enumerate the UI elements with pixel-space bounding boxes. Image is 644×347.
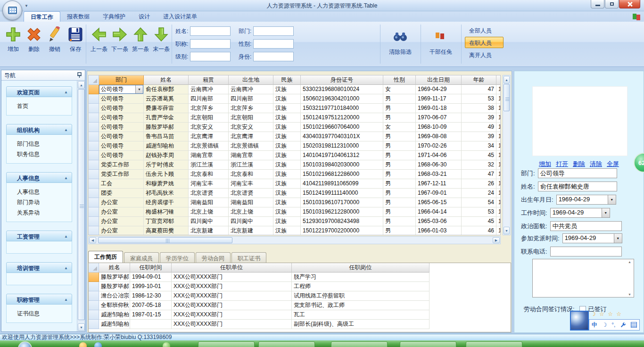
start-button[interactable] <box>18 341 32 347</box>
scroll-down-icon[interactable]: ▼ <box>78 323 85 331</box>
field-input-工作时间[interactable]: 1969-04-29 <box>550 208 602 218</box>
ribbon-tab-日常工作[interactable]: 日常工作 <box>24 11 60 22</box>
pin-icon[interactable] <box>77 72 82 78</box>
detail-tab-家庭成员[interactable]: 家庭成员 <box>124 252 159 263</box>
sidebar-item-职务信息[interactable]: 职务信息 <box>17 149 72 159</box>
scroll-up-icon[interactable]: ▲ <box>504 76 510 83</box>
row-selector[interactable] <box>89 141 99 151</box>
row-selector[interactable] <box>89 226 99 235</box>
ribbon-tab-报表数据[interactable]: 报表数据 <box>60 11 96 22</box>
filter-部门-input[interactable] <box>253 26 294 36</box>
sidebar-item-部门异动[interactable]: 部门异动 <box>17 197 72 207</box>
row-selector[interactable] <box>89 179 99 189</box>
column-header-姓名[interactable]: 姓名 <box>99 263 130 273</box>
table-row[interactable]: 办公室丁宣贲邓郁四川阆中四川阆中汉族512930197008243498男196… <box>89 217 500 226</box>
table-row[interactable]: 工会和穆萧尹姚河南宝丰河南宝丰汉族410421198911065099男1967… <box>89 179 500 189</box>
table-row[interactable]: 办公室高夏蔡田樊北京新建北京新建汉族150122197002200000男196… <box>89 226 500 235</box>
field-input-部门[interactable]: 公司领导 <box>538 168 617 178</box>
close-button[interactable] <box>619 0 640 8</box>
row-selector[interactable] <box>89 291 99 301</box>
ime-chinese-mode-icon[interactable]: 中 <box>592 321 597 329</box>
保存-button[interactable]: 保存 <box>66 25 85 53</box>
table-row[interactable]: 澹台公冶宗1986-12-30XXX公司XXXX部门试用线路工停薪留职 <box>89 291 511 301</box>
sidebar-item-证书信息[interactable]: 证书信息 <box>17 308 72 319</box>
ribbon-tab-进入设计菜单[interactable]: 进入设计菜单 <box>157 11 204 22</box>
column-header-年龄[interactable]: 年龄 <box>462 75 496 85</box>
table-row[interactable]: 办公室梅盛林刁锺北京上饶北京上饶汉族150103196212280000男196… <box>89 207 500 217</box>
taskbar-window-button[interactable] <box>466 341 522 347</box>
table-row[interactable]: 公司领导鲁韦昌马苗北京鹰潭北京鹰潭汉族43040319770403101X男19… <box>89 132 500 141</box>
table-row[interactable]: 公司领导▼俞任袁柳鄷云南腾冲云南腾冲汉族533023196808010024女1… <box>89 85 500 94</box>
department-combobox[interactable]: 公司领导▼ <box>99 85 143 94</box>
ime-halfmoon-icon[interactable]: ☽ <box>602 322 607 328</box>
table-row[interactable]: 全郗班仰秋2007-05-18XXX公司XXXX部门党支部书记、政工师 <box>89 301 511 310</box>
photo-link-增加[interactable]: 增加 <box>539 160 551 167</box>
row-selector[interactable] <box>89 123 99 132</box>
sidebar-item-关系异动[interactable]: 关系异动 <box>17 207 72 218</box>
table-row[interactable]: 滕殷罗毕郝1999-10-01XXX公司XXXX部门工程师 <box>89 282 511 291</box>
table-row[interactable]: 党委工作部乐于时傅皮浙江兰溪浙江兰溪汉族150103198402030000男1… <box>89 160 500 170</box>
table-row[interactable]: 公司领导费廉岑薛雷北京萍乡北京萍乡汉族150321197710184000男19… <box>89 104 500 113</box>
row-selector[interactable] <box>89 301 99 310</box>
contacts-icon[interactable] <box>633 13 641 21</box>
select-all-cell[interactable] <box>89 263 99 273</box>
sidebar-item-部门信息[interactable]: 部门信息 <box>17 139 72 149</box>
column-header-民族[interactable]: 民族 <box>273 75 301 85</box>
row-selector[interactable] <box>89 320 99 329</box>
filter-姓名-input[interactable] <box>190 26 231 36</box>
nav-up-button[interactable]: 第一条 <box>131 25 150 53</box>
photo-link-删除[interactable]: 删除 <box>573 160 585 167</box>
row-selector[interactable] <box>89 104 99 113</box>
select-all-cell[interactable] <box>89 75 99 85</box>
row-selector[interactable] <box>89 160 99 170</box>
clear-filter-button[interactable]: 清除筛选 <box>383 25 418 56</box>
field-input-参加党派时间[interactable]: 1969-04-29 <box>562 233 614 243</box>
sidebar-group-header-组织机构[interactable]: 组织机构▲ <box>6 124 72 135</box>
sidebar-group-header-职称管理[interactable]: 职称管理▲ <box>6 294 72 305</box>
column-header-出生日期[interactable]: 出生日期 <box>416 75 462 85</box>
row-selector[interactable] <box>89 151 99 160</box>
table-row[interactable]: 戚谢邹喻柏1987-01-15XXX公司XXXX部门瓦工 <box>89 310 511 320</box>
employee-table-hscrollbar[interactable]: ◀ ▶ <box>88 236 501 244</box>
scroll-left-icon[interactable]: ◀ <box>89 237 96 243</box>
table-row[interactable]: 公司领导赵钱孙李周湖南宜章湖南宜章汉族140104197104061312男19… <box>89 151 500 160</box>
field-input-政治面貌[interactable]: 中共党员 <box>550 221 622 231</box>
sidebar-group-header-工资管理[interactable]: 工资管理▲ <box>6 231 72 241</box>
field-input-出生年月日[interactable]: 1969-04-29 <box>556 195 608 205</box>
scrollbar-thumb[interactable] <box>504 84 510 111</box>
scroll-down-icon[interactable]: ▼ <box>504 227 510 234</box>
table-row[interactable]: 滕殷罗毕郝1994-09-01XXX公司XXXX部门脱产学习 <box>89 273 511 282</box>
table-row[interactable]: 公司领导孔曹严华金北京朝阳北京朝阳汉族150124197512120000男19… <box>89 113 500 123</box>
application-menu-button[interactable] <box>2 0 22 20</box>
taskbar-window-button[interactable] <box>331 341 388 347</box>
ime-keyboard-icon[interactable] <box>631 322 637 328</box>
dropdown-arrow-icon[interactable]: ▼ <box>614 233 622 243</box>
row-selector[interactable] <box>89 132 99 141</box>
filter-身份-input[interactable] <box>253 52 294 61</box>
filter-职称-input[interactable] <box>190 39 231 49</box>
person-filter-离开人员[interactable]: 离开人员 <box>465 49 504 60</box>
taskbar-app-icon[interactable] <box>163 342 170 347</box>
row-selector[interactable] <box>89 217 99 226</box>
ribbon-tab-字典维护[interactable]: 字典维护 <box>96 11 132 22</box>
table-row[interactable]: 党委工作部伍余元卜顾北京泰和北京泰和汉族150102196812286000男1… <box>89 170 500 179</box>
photo-link-清除[interactable]: 清除 <box>590 160 602 167</box>
column-header-部门[interactable]: 部门 <box>99 75 144 85</box>
row-selector[interactable] <box>89 94 99 104</box>
dropdown-arrow-icon[interactable]: ▼ <box>608 195 616 205</box>
ime-settings-wrench-icon[interactable] <box>620 322 626 328</box>
sidebar-item-首页[interactable]: 首页 <box>17 101 72 111</box>
column-header-任职单位[interactable]: 任职单位 <box>172 263 292 273</box>
table-row[interactable]: 团委祁毛禹狄米北京进贤北京进贤汉族150124199111140000男1967… <box>89 189 500 198</box>
dropdown-arrow-icon[interactable]: ▼ <box>602 208 610 218</box>
detail-tab-职工证书[interactable]: 职工证书 <box>231 252 266 263</box>
photo-link-打开[interactable]: 打开 <box>556 160 568 167</box>
restore-button[interactable] <box>605 0 619 8</box>
row-selector[interactable] <box>89 282 99 291</box>
dropdown-arrow-icon[interactable]: ▼ <box>135 85 143 93</box>
row-selector[interactable] <box>89 170 99 179</box>
row-selector[interactable] <box>89 207 99 217</box>
textarea-scrollbar[interactable]: ▲▼ <box>627 260 633 296</box>
sidebar-group-header-培训管理[interactable]: 培训管理▲ <box>6 262 72 273</box>
sidebar-group-header-欢迎页面[interactable]: 欢迎页面▲ <box>6 86 72 97</box>
